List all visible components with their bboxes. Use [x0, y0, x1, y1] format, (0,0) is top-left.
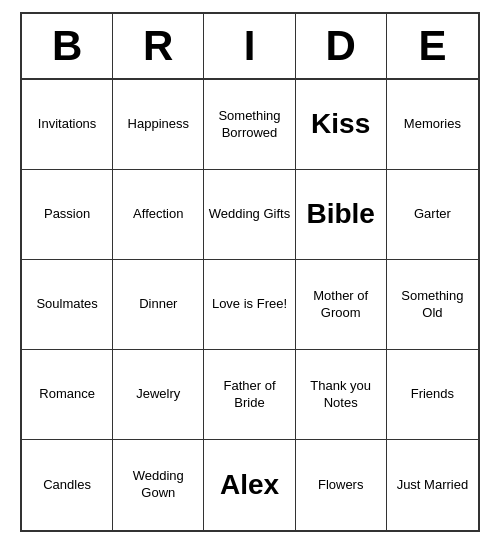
cell-2: Something Borrowed	[204, 80, 295, 170]
cell-15: Romance	[22, 350, 113, 440]
bingo-grid: InvitationsHappinessSomething BorrowedKi…	[22, 80, 478, 530]
cell-16: Jewelry	[113, 350, 204, 440]
cell-23: Flowers	[296, 440, 387, 530]
cell-17: Father of Bride	[204, 350, 295, 440]
bingo-card: BRIDE InvitationsHappinessSomething Borr…	[20, 12, 480, 532]
cell-3: Kiss	[296, 80, 387, 170]
header-letter-i: I	[204, 14, 295, 78]
cell-6: Affection	[113, 170, 204, 260]
cell-10: Soulmates	[22, 260, 113, 350]
cell-9: Garter	[387, 170, 478, 260]
cell-7: Wedding Gifts	[204, 170, 295, 260]
cell-4: Memories	[387, 80, 478, 170]
cell-8: Bible	[296, 170, 387, 260]
cell-0: Invitations	[22, 80, 113, 170]
cell-19: Friends	[387, 350, 478, 440]
cell-13: Mother of Groom	[296, 260, 387, 350]
cell-21: Wedding Gown	[113, 440, 204, 530]
cell-11: Dinner	[113, 260, 204, 350]
cell-1: Happiness	[113, 80, 204, 170]
cell-12: Love is Free!	[204, 260, 295, 350]
cell-22: Alex	[204, 440, 295, 530]
header-letter-e: E	[387, 14, 478, 78]
header-letter-r: R	[113, 14, 204, 78]
cell-24: Just Married	[387, 440, 478, 530]
header-row: BRIDE	[22, 14, 478, 80]
cell-18: Thank you Notes	[296, 350, 387, 440]
cell-14: Something Old	[387, 260, 478, 350]
header-letter-b: B	[22, 14, 113, 78]
cell-5: Passion	[22, 170, 113, 260]
header-letter-d: D	[296, 14, 387, 78]
cell-20: Candles	[22, 440, 113, 530]
